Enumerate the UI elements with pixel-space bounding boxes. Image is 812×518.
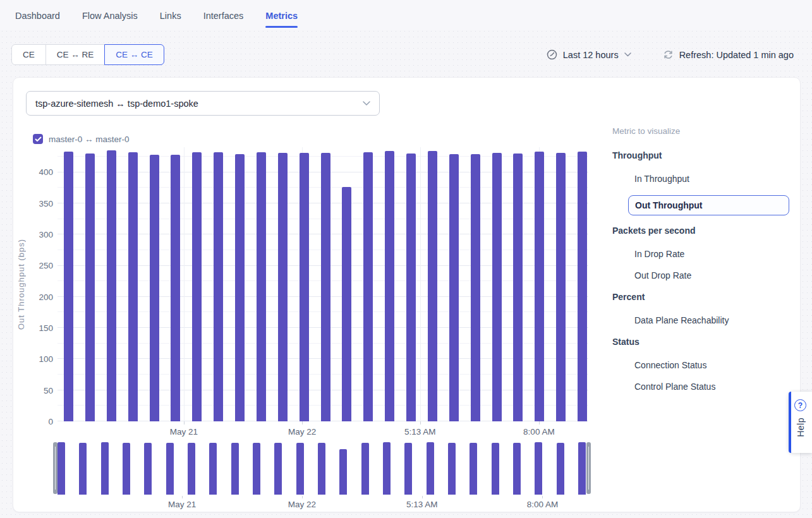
chevron-down-icon xyxy=(363,101,370,106)
metric-item-out-drop-rate[interactable]: Out Drop Rate xyxy=(634,270,803,280)
bar xyxy=(449,154,459,421)
time-range-value: Last 12 hours xyxy=(563,50,619,60)
metric-group-packets-per-second: Packets per secondIn Drop RateOut Drop R… xyxy=(612,226,803,280)
metrics-card: tsp-azure-sitemesh ↔ tsp-demo1-spoke mas… xyxy=(13,77,801,512)
nav-item-links[interactable]: Links xyxy=(160,2,181,29)
bar xyxy=(556,153,566,421)
bar xyxy=(214,152,223,421)
pair-select-value: tsp-azure-sitemesh ↔ tsp-demo1-spoke xyxy=(35,99,363,109)
navigator-x-axis-ticks: May 21May 225:13 AM8:00 AM xyxy=(53,500,591,512)
metric-group-percent: PercentData Plane Reachability xyxy=(612,292,803,325)
bar xyxy=(107,150,116,421)
metric-item-connection-status[interactable]: Connection Status xyxy=(634,360,803,370)
metric-item-out-throughput[interactable]: Out Throughput xyxy=(628,195,789,215)
metric-item-data-plane-reachability[interactable]: Data Plane Reachability xyxy=(634,315,803,325)
bar xyxy=(300,153,309,421)
bar xyxy=(150,155,159,421)
bar xyxy=(363,152,373,421)
refresh-icon xyxy=(663,49,674,60)
metrics-panel: Metric to visualize ThroughputIn Through… xyxy=(612,126,803,403)
bar xyxy=(123,443,130,495)
x-tick-label: 5:13 AM xyxy=(406,500,438,509)
x-tick-label: 8:00 AM xyxy=(523,427,555,437)
metric-item-in-throughput[interactable]: In Throughput xyxy=(634,174,803,184)
bar xyxy=(278,153,288,421)
chart-area: master-0 ↔ master-0 Out Throughput (bps)… xyxy=(29,131,604,512)
pair-select[interactable]: tsp-azure-sitemesh ↔ tsp-demo1-spoke xyxy=(26,91,380,116)
metric-group-label: Packets per second xyxy=(612,226,803,236)
metric-group-label: Percent xyxy=(612,292,803,302)
bar xyxy=(427,442,434,495)
x-tick-label: May 21 xyxy=(168,500,196,509)
bar xyxy=(257,152,266,421)
bar xyxy=(231,443,239,495)
entity-tab-group: CECE ↔ RECE ↔ CE xyxy=(11,44,164,65)
nav-item-flow-analysis[interactable]: Flow Analysis xyxy=(82,2,138,29)
bar xyxy=(318,443,325,495)
bar xyxy=(513,443,521,495)
help-label: Help xyxy=(796,418,806,437)
y-tick-label: 200 xyxy=(39,292,53,302)
bar xyxy=(58,442,65,495)
bar xyxy=(406,154,416,421)
y-tick-label: 400 xyxy=(39,167,53,177)
bar xyxy=(209,443,217,495)
bar xyxy=(535,152,544,421)
x-tick-mark xyxy=(184,421,185,425)
check-icon xyxy=(35,136,42,142)
x-tick-mark xyxy=(542,496,543,498)
bar xyxy=(339,449,347,495)
bar xyxy=(492,443,499,495)
tab-ce-re[interactable]: CE ↔ RE xyxy=(45,44,106,65)
chart-navigator[interactable] xyxy=(53,442,591,495)
metric-item-control-plane-status[interactable]: Control Plane Status xyxy=(634,382,803,392)
y-axis-label: Out Throughput (bps) xyxy=(16,147,26,421)
top-nav: DashboardFlow AnalysisLinksInterfacesMet… xyxy=(0,0,812,30)
refresh-control[interactable]: Refresh: Updated 1 min ago xyxy=(663,49,794,60)
x-axis-ticks: May 21May 225:13 AM8:00 AM xyxy=(58,421,588,440)
bar xyxy=(188,443,195,495)
y-tick-label: 150 xyxy=(39,323,53,333)
bar xyxy=(274,443,282,495)
nav-item-metrics[interactable]: Metrics xyxy=(265,2,298,29)
bar xyxy=(361,443,369,495)
bar xyxy=(342,187,351,421)
nav-item-dashboard[interactable]: Dashboard xyxy=(15,2,60,29)
help-button[interactable]: ? Help xyxy=(789,392,812,453)
y-tick-label: 50 xyxy=(44,386,53,395)
clock-icon xyxy=(547,49,557,60)
nav-item-interfaces[interactable]: Interfaces xyxy=(203,2,244,29)
y-tick-label: 0 xyxy=(48,417,53,426)
navigator-bars xyxy=(53,442,591,495)
bar xyxy=(101,442,109,495)
metrics-panel-title: Metric to visualize xyxy=(612,126,803,136)
navigator-left-handle[interactable] xyxy=(53,442,58,494)
bar xyxy=(470,443,477,495)
series-legend-label: master-0 ↔ master-0 xyxy=(49,135,130,144)
series-checkbox[interactable] xyxy=(33,134,43,144)
bar xyxy=(428,151,437,421)
bar xyxy=(471,154,480,421)
x-tick-mark xyxy=(422,496,423,498)
bar xyxy=(235,154,245,421)
metric-group-label: Status xyxy=(612,337,803,347)
metric-group-throughput: ThroughputIn ThroughputOut Throughput xyxy=(612,150,803,215)
bar-series xyxy=(58,147,588,421)
toolbar: CECE ↔ RECE ↔ CE Last 12 hours Refresh: … xyxy=(11,44,794,65)
bar xyxy=(296,443,304,495)
y-tick-label: 350 xyxy=(39,199,53,208)
metric-item-in-drop-rate[interactable]: In Drop Rate xyxy=(634,249,803,259)
metric-group-label: Throughput xyxy=(612,150,803,160)
x-tick-mark xyxy=(302,421,303,425)
time-range-dropdown[interactable]: Last 12 hours xyxy=(547,49,631,60)
main-bar-chart[interactable]: Out Throughput (bps) 0501001502002503003… xyxy=(58,147,588,421)
plot-area xyxy=(58,147,588,421)
bar xyxy=(557,443,564,495)
bar xyxy=(578,442,586,495)
bar xyxy=(85,154,95,421)
tab-ce[interactable]: CE xyxy=(11,44,46,65)
navigator-right-handle[interactable] xyxy=(586,442,591,494)
tab-ce-ce[interactable]: CE ↔ CE xyxy=(104,44,164,65)
x-tick-mark xyxy=(539,421,540,425)
legend-row: master-0 ↔ master-0 xyxy=(33,131,604,147)
